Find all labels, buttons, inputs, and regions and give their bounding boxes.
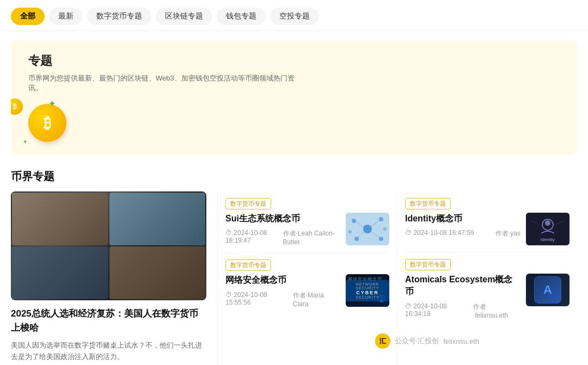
identity-date: ⏱ 2024-10-08 16:47:59 [405, 229, 474, 238]
article-title-cyber: 网络安全概念币 [225, 274, 340, 286]
article-meta-atomicals: ⏱ 2024-10-08 16:34:18 作者·felixnsu.eth [405, 302, 520, 319]
articles-column-1: 数字货币专题 Sui生态系统概念币 ⏱ 2024-10-08 18:19:47 … [218, 191, 397, 365]
trump-cell-2 [109, 193, 206, 245]
identity-img: Identity [526, 213, 569, 245]
svg-text:Identity: Identity [541, 237, 555, 242]
cyber-img: 网络安全概念币 NETWORK SECURITY CYBER SECURITY [346, 274, 389, 307]
nav-tabs: 全部 最新 数字货币专题 区块链专题 钱包专题 空投专题 [0, 0, 588, 31]
articles-column-2: 数字货币专题 Identity概念币 ⏱ 2024-10-08 16:47:59… [397, 191, 577, 365]
bitcoin-coin-icon: ₿ [28, 104, 66, 142]
article-title-atomicals: Atomicals Ecosystem概念币 [405, 274, 520, 298]
article-title-sui: Sui生态系统概念币 [225, 213, 340, 225]
content-grid: 2025总统人选和经济复苏：美国人在数字货币上梭哈 美国人因为选举而在数字货币赌… [0, 191, 588, 365]
article-info-sui: Sui生态系统概念币 ⏱ 2024-10-08 18:19:47 作者·Leah… [225, 213, 340, 246]
cyber-date: ⏱ 2024-10-08 15:55:56 [225, 291, 293, 308]
svg-point-17 [545, 220, 550, 226]
section-title: 币界专题 [0, 164, 588, 191]
article-meta-sui: ⏱ 2024-10-08 18:19:47 作者·Leah Callon-But… [225, 229, 340, 246]
article-tag-cyber: 数字货币专题 [225, 259, 271, 271]
article-meta-cyber: ⏱ 2024-10-08 15:55:56 作者·Maria Clara [225, 291, 340, 308]
tab-blockchain[interactable]: 区块链专题 [156, 8, 212, 25]
tab-latest[interactable]: 最新 [49, 8, 83, 25]
sui-svg [346, 213, 389, 245]
trump-collage [11, 191, 206, 300]
trump-cell-1 [12, 193, 108, 245]
article-row-atomicals: Atomicals Ecosystem概念币 ⏱ 2024-10-08 16:3… [405, 274, 569, 319]
article-tag-identity: 数字货币专题 [405, 198, 451, 209]
sparkle-icon: ✦ [48, 98, 56, 109]
trump-cell-3 [12, 246, 108, 299]
atomicals-thumbnail: A [526, 274, 569, 306]
cyber-thumbnail: 网络安全概念币 NETWORK SECURITY CYBER SECURITY [346, 274, 389, 307]
banner: 专题 币界网为您提供最新、最热门的区块链、Web3、加密钱包空投活动等币圈领域热… [11, 40, 577, 155]
sui-network-img [346, 213, 389, 245]
tab-digital[interactable]: 数字货币专题 [87, 8, 151, 25]
sparkle2-icon: ✦ [23, 139, 27, 145]
svg-point-10 [348, 230, 352, 233]
article-info-identity: Identity概念币 ⏱ 2024-10-08 16:47:59 作者·yas [405, 213, 520, 238]
sui-date: ⏱ 2024-10-08 18:19:47 [225, 229, 283, 246]
article-title-identity: Identity概念币 [405, 213, 520, 225]
tab-wallet[interactable]: 钱包专题 [217, 8, 266, 25]
tab-airdrop[interactable]: 空投专题 [270, 8, 319, 25]
atomicals-date: ⏱ 2024-10-08 16:34:18 [405, 302, 473, 319]
svg-point-11 [383, 227, 387, 231]
article-row-sui: Sui生态系统概念币 ⏱ 2024-10-08 18:19:47 作者·Leah… [225, 213, 389, 246]
featured-image [11, 191, 206, 300]
article-identity[interactable]: 数字货币专题 Identity概念币 ⏱ 2024-10-08 16:47:59… [405, 191, 569, 252]
article-cyber[interactable]: 数字货币专题 网络安全概念币 ⏱ 2024-10-08 15:55:56 作者·… [225, 253, 389, 314]
article-tag-atomicals: 数字货币专题 [405, 259, 451, 270]
article-sui[interactable]: 数字货币专题 Sui生态系统概念币 ⏱ 2024-10-08 18:19:47 … [225, 191, 389, 253]
cyber-author: 作者·Maria Clara [293, 291, 340, 308]
article-row-cyber: 网络安全概念币 ⏱ 2024-10-08 15:55:56 作者·Maria C… [225, 274, 389, 307]
banner-description: 币界网为您提供最新、最热门的区块链、Web3、加密钱包空投活动等币圈领域热门资讯… [28, 73, 301, 93]
tab-all[interactable]: 全部 [11, 8, 45, 25]
article-tag-sui: 数字货币专题 [225, 198, 271, 209]
featured-title: 2025总统人选和经济复苏：美国人在数字货币上梭哈 [11, 307, 206, 335]
atomicals-author: 作者·felixnsu.eth [473, 302, 520, 319]
sui-thumbnail [346, 213, 389, 245]
article-info-atomicals: Atomicals Ecosystem概念币 ⏱ 2024-10-08 16:3… [405, 274, 520, 319]
article-meta-identity: ⏱ 2024-10-08 16:47:59 作者·yas [405, 229, 520, 238]
identity-author: 作者·yas [495, 229, 520, 238]
trump-cell-4 [109, 246, 206, 299]
banner-icon: ₿ ₿ ✦ ✦ [11, 98, 66, 147]
article-info-cyber: 网络安全概念币 ⏱ 2024-10-08 15:55:56 作者·Maria C… [225, 274, 340, 307]
article-row-identity: Identity概念币 ⏱ 2024-10-08 16:47:59 作者·yas [405, 213, 569, 245]
featured-desc: 美国人因为选举而在数字货币赌桌上试水？不，他们一头扎进去是为了给美国政治注入新的… [11, 340, 206, 363]
small-coin-icon: ₿ [11, 98, 23, 115]
identity-thumbnail: Identity [526, 213, 569, 245]
atomicals-logo: A [534, 276, 561, 304]
sui-author: 作者·Leah Callon-Butler [283, 229, 340, 246]
banner-title: 专题 [28, 53, 560, 69]
article-atomicals[interactable]: 数字货币专题 Atomicals Ecosystem概念币 ⏱ 2024-10-… [405, 252, 569, 326]
featured-article[interactable]: 2025总统人选和经济复苏：美国人在数字货币上梭哈 美国人因为选举而在数字货币赌… [11, 191, 218, 365]
atomicals-img: A [526, 274, 569, 306]
